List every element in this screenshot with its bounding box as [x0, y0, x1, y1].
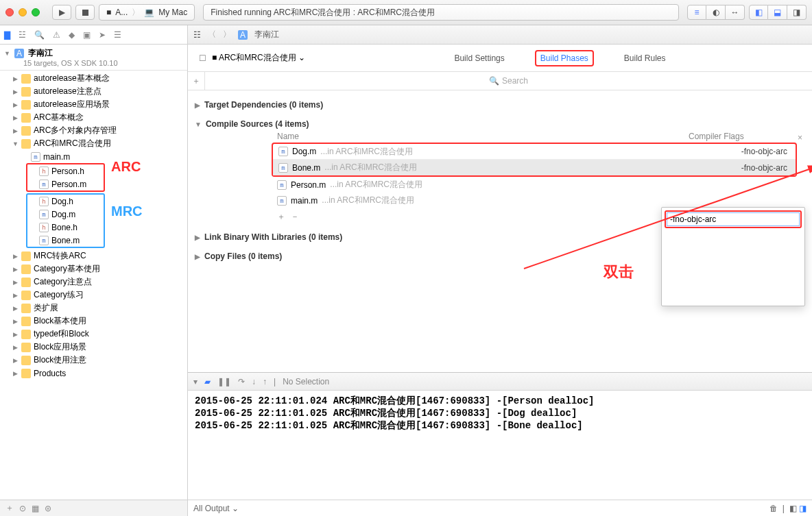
- run-button[interactable]: ▶: [52, 5, 71, 20]
- close-icon[interactable]: [5, 8, 14, 16]
- step-out-icon[interactable]: ↑: [263, 377, 267, 386]
- compile-row[interactable]: mBone.m ...in ARC和MRC混合使用-fno-objc-arc: [273, 160, 796, 175]
- minimize-icon[interactable]: [19, 8, 27, 16]
- scheme-device: My Mac: [158, 8, 187, 17]
- tree-item[interactable]: mmain.m: [0, 150, 187, 163]
- target-name[interactable]: ARC和MRC混合使用: [219, 53, 296, 62]
- compiler-flag-popup[interactable]: [661, 207, 805, 306]
- tree-item[interactable]: ▶Category基本使用: [0, 262, 187, 275]
- debug-nav-icon[interactable]: ▣: [83, 30, 91, 40]
- scheme-selector[interactable]: ■A... 〉 💻My Mac: [99, 4, 195, 21]
- tree-item[interactable]: ▶autorelease注意点: [0, 85, 187, 98]
- tree-item[interactable]: hBone.h: [27, 221, 104, 234]
- jump-path[interactable]: 李南江: [254, 29, 279, 40]
- compiler-flag-input[interactable]: [667, 212, 800, 226]
- tree-item[interactable]: ▶Block基本使用: [0, 315, 187, 328]
- issue-nav-icon[interactable]: ⚠: [53, 30, 60, 40]
- navigator-tabs[interactable]: ▇ ☳ 🔍 ⚠ ◆ ▣ ➤ ☰: [0, 25, 187, 45]
- right-panel-icon[interactable]: ◨: [787, 5, 807, 20]
- tab-build-phases[interactable]: Build Phases: [520, 45, 609, 72]
- test-nav-icon[interactable]: ◆: [69, 30, 75, 40]
- activity-status: Finished running ARC和MRC混合使用 : ARC和MRC混合…: [203, 4, 679, 21]
- breakpoint-nav-icon[interactable]: ➤: [99, 30, 106, 40]
- related-items-icon[interactable]: ☷: [193, 30, 201, 40]
- compile-row[interactable]: mPerson.m ...in ARC和MRC混合使用: [272, 177, 805, 193]
- console-view-icon[interactable]: ◨: [799, 504, 807, 513]
- tree-item[interactable]: ▶ARC基本概念: [0, 111, 187, 124]
- jump-bar[interactable]: ☷ 〈 〉 A 李南江: [188, 25, 812, 45]
- tree-item[interactable]: ▶Block使用注意: [0, 354, 187, 367]
- add-file-button[interactable]: ＋: [277, 211, 285, 223]
- console-footer: All Output ⌄ 🗑 | ◧ ◨: [188, 500, 812, 516]
- debug-toolbar: ▾ ▰ ❚❚ ↷ ↓ ↑ | No Selection: [188, 373, 812, 391]
- annotation-doubleclick: 双击: [604, 262, 634, 282]
- panel-toggle-segment[interactable]: ◧ ⬓ ◨: [749, 5, 807, 20]
- tree-item[interactable]: ▼ARC和MRC混合使用: [0, 137, 187, 150]
- project-icon: A: [238, 30, 248, 40]
- standard-editor-icon[interactable]: ≡: [687, 5, 706, 20]
- breakpoints-icon[interactable]: ▰: [204, 377, 211, 386]
- left-panel-icon[interactable]: ◧: [749, 5, 768, 20]
- stop-button[interactable]: [75, 5, 95, 20]
- tree-item[interactable]: ▶autorelease应用场景: [0, 98, 187, 111]
- remove-file-button[interactable]: －: [291, 211, 299, 223]
- console-filter[interactable]: All Output: [193, 504, 230, 513]
- tree-item[interactable]: ▶Category注意点: [0, 275, 187, 288]
- console-output[interactable]: 2015-06-25 22:11:01.024 ARC和MRC混合使用[1467…: [188, 391, 812, 500]
- project-header[interactable]: ▼ A 李南江 15 targets, OS X SDK 10.10: [0, 45, 187, 71]
- variables-view-icon[interactable]: ◧: [789, 504, 797, 513]
- find-nav-icon[interactable]: 🔍: [34, 30, 45, 40]
- zoom-icon[interactable]: [32, 8, 40, 16]
- filter-icon[interactable]: ⊜: [45, 504, 51, 513]
- remove-phase-icon[interactable]: ×: [798, 133, 802, 143]
- tree-item[interactable]: mPerson.m: [27, 177, 104, 191]
- tree-item[interactable]: hPerson.h: [27, 164, 104, 177]
- compile-row[interactable]: mDog.m ...in ARC和MRC混合使用-fno-objc-arc: [273, 144, 796, 160]
- navigator-footer: ＋ ⊙ ▦ ⊜: [0, 500, 187, 516]
- search-field[interactable]: 🔍 Search: [204, 72, 812, 90]
- section-target-deps[interactable]: ▶Target Dependencies (0 items): [195, 100, 805, 110]
- tree-item[interactable]: ▶MRC转换ARC: [0, 249, 187, 262]
- tree-item[interactable]: mBone.m: [27, 234, 104, 247]
- tree-item[interactable]: mDog.m: [27, 208, 104, 221]
- tree-item[interactable]: hDog.h: [27, 195, 104, 208]
- pause-icon[interactable]: ❚❚: [217, 377, 231, 386]
- step-over-icon[interactable]: ↷: [238, 377, 245, 386]
- project-nav-icon[interactable]: ▇: [4, 30, 10, 40]
- back-icon[interactable]: 〈: [208, 29, 216, 40]
- targets-popup-icon[interactable]: ☐: [193, 53, 212, 63]
- annotation-arc: ARC: [111, 159, 141, 175]
- tree-item[interactable]: ▶autorelease基本概念: [0, 72, 187, 85]
- build-phases-content: ▶Target Dependencies (0 items) ▼Compile …: [188, 90, 812, 372]
- compile-row[interactable]: mmain.m ...in ARC和MRC混合使用: [272, 193, 805, 208]
- filter-scm-icon[interactable]: ▦: [32, 504, 39, 513]
- file-tree[interactable]: ▶autorelease基本概念▶autorelease注意点▶autorele…: [0, 71, 187, 500]
- tree-item[interactable]: ▶Products: [0, 367, 187, 380]
- bottom-panel-icon[interactable]: ⬓: [768, 5, 787, 20]
- trash-icon[interactable]: 🗑: [769, 504, 778, 513]
- step-in-icon[interactable]: ↓: [252, 377, 256, 386]
- version-editor-icon[interactable]: ↔: [726, 5, 745, 20]
- project-subtitle: 15 targets, OS X SDK 10.10: [4, 59, 183, 67]
- forward-icon[interactable]: 〉: [223, 29, 231, 40]
- tab-build-rules[interactable]: Build Rules: [609, 45, 681, 72]
- add-phase-button[interactable]: ＋: [188, 75, 204, 87]
- filter-recent-icon[interactable]: ⊙: [19, 504, 26, 513]
- section-compile-sources[interactable]: ▼Compile Sources (4 items): [195, 119, 805, 129]
- symbol-nav-icon[interactable]: ☳: [19, 30, 26, 40]
- tree-item[interactable]: ▶ARC多个对象内存管理: [0, 124, 187, 137]
- navigator-panel: ▇ ☳ 🔍 ⚠ ◆ ▣ ➤ ☰ ▼ A 李南江 15 targets, OS X…: [0, 25, 188, 516]
- add-icon[interactable]: ＋: [5, 502, 14, 514]
- assistant-editor-icon[interactable]: ◐: [706, 5, 726, 20]
- editor-mode-segment[interactable]: ≡ ◐ ↔: [687, 5, 745, 20]
- report-nav-icon[interactable]: ☰: [114, 30, 121, 40]
- tree-item[interactable]: ▶Block应用场景: [0, 341, 187, 354]
- tree-item[interactable]: ▶类扩展: [0, 302, 187, 315]
- tab-build-settings[interactable]: Build Settings: [439, 45, 519, 72]
- tree-item[interactable]: ▶Category练习: [0, 288, 187, 302]
- tree-item[interactable]: ▶typedef和Block: [0, 328, 187, 341]
- toggle-debug-icon[interactable]: ▾: [193, 377, 198, 386]
- debug-selection: No Selection: [283, 377, 329, 386]
- search-icon: 🔍: [489, 76, 499, 86]
- compile-sources-table[interactable]: mDog.m ...in ARC和MRC混合使用-fno-objc-arcmBo…: [272, 143, 797, 177]
